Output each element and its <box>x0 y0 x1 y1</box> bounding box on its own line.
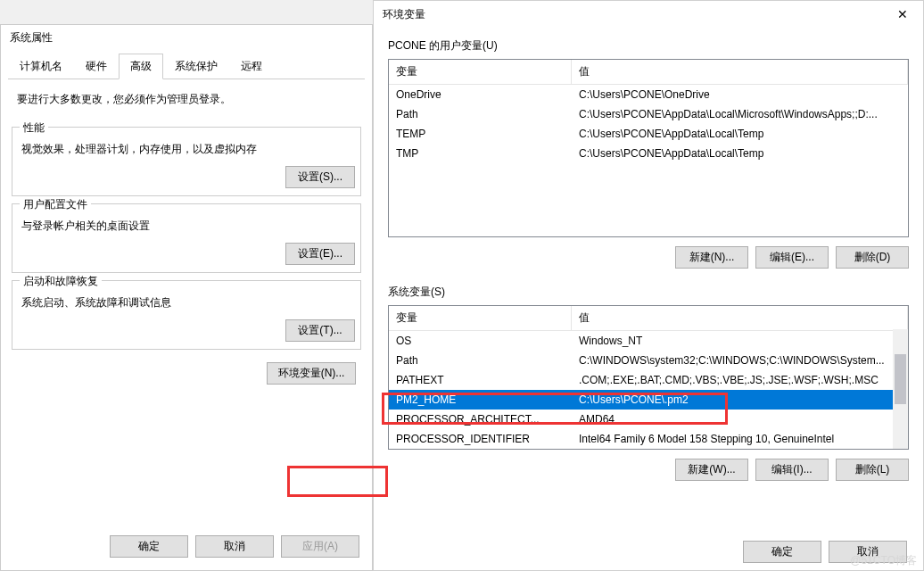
table-row[interactable]: PM2_HOMEC:\Users\PCONE\.pm2 <box>389 390 908 410</box>
left-ok-button[interactable]: 确定 <box>110 535 188 558</box>
table-row[interactable]: OSWindows_NT <box>389 331 908 351</box>
var-name-cell: OneDrive <box>389 87 572 102</box>
table-row[interactable]: PathC:\WINDOWS\system32;C:\WINDOWS;C:\WI… <box>389 351 908 370</box>
sys-new-button[interactable]: 新建(W)... <box>675 459 748 481</box>
col-value[interactable]: 值 <box>572 60 908 84</box>
sys-vars-label: 系统变量(S) <box>388 285 909 300</box>
system-variables-section: 系统变量(S) 变量 值 OSWindows_NTPathC:\WINDOWS\… <box>388 285 909 481</box>
var-value-cell: C:\Users\PCONE\AppData\Local\Temp <box>572 127 908 141</box>
user-variables-section: PCONE 的用户变量(U) 变量 值 OneDriveC:\Users\PCO… <box>388 38 909 269</box>
tab-remote[interactable]: 远程 <box>229 54 274 79</box>
right-titlebar: 环境变量 ✕ <box>374 1 923 28</box>
var-name-cell: PROCESSOR_ARCHITECT... <box>389 412 572 426</box>
var-value-cell: C:\Users\PCONE\AppData\Local\Temp <box>572 146 908 161</box>
listview-header: 变量 值 <box>389 306 908 331</box>
performance-desc: 视觉效果，处理器计划，内存使用，以及虚拟内存 <box>12 128 360 162</box>
var-value-cell: .COM;.EXE;.BAT;.CMD;.VBS;.VBE;.JS;.JSE;.… <box>572 373 908 387</box>
user-new-button[interactable]: 新建(N)... <box>675 246 748 269</box>
close-button[interactable]: ✕ <box>882 1 923 28</box>
table-row[interactable]: PROCESSOR_IDENTIFIERIntel64 Family 6 Mod… <box>389 429 908 449</box>
environment-variables-button[interactable]: 环境变量(N)... <box>267 362 356 385</box>
var-value-cell: C:\Users\PCONE\OneDrive <box>572 87 908 102</box>
var-name-cell: PATHEXT <box>389 373 572 387</box>
user-profiles-settings-button[interactable]: 设置(E)... <box>285 243 355 265</box>
left-cancel-button[interactable]: 取消 <box>195 535 274 558</box>
user-edit-button[interactable]: 编辑(E)... <box>755 246 829 269</box>
var-value-cell: AMD64 <box>572 412 908 426</box>
var-name-cell: OS <box>389 334 572 348</box>
user-profiles-group: 用户配置文件 与登录帐户相关的桌面设置 设置(E)... <box>12 203 361 273</box>
var-value-cell: C:\Users\PCONE\.pm2 <box>572 393 908 407</box>
var-value-cell: Windows_NT <box>572 334 908 348</box>
var-name-cell: TMP <box>389 146 572 161</box>
tab-computer-name[interactable]: 计算机名 <box>8 54 74 79</box>
table-row[interactable]: OneDriveC:\Users\PCONE\OneDrive <box>389 85 908 104</box>
sys-edit-button[interactable]: 编辑(I)... <box>755 459 829 481</box>
left-titlebar: 系统属性 <box>1 25 372 50</box>
var-name-cell: PROCESSOR_IDENTIFIER <box>389 432 572 446</box>
startup-recovery-title: 启动和故障恢复 <box>20 274 102 289</box>
table-row[interactable]: PROCESSOR_LEVEL6 <box>389 449 908 450</box>
col-variable[interactable]: 变量 <box>389 306 572 330</box>
var-value-cell: Intel64 Family 6 Model 158 Stepping 10, … <box>572 432 908 446</box>
close-icon: ✕ <box>897 7 908 21</box>
col-variable[interactable]: 变量 <box>389 60 572 84</box>
tab-hardware[interactable]: 硬件 <box>74 54 119 79</box>
performance-settings-button[interactable]: 设置(S)... <box>285 166 355 188</box>
user-delete-button[interactable]: 删除(D) <box>836 246 909 269</box>
right-title: 环境变量 <box>383 7 425 22</box>
table-row[interactable]: PATHEXT.COM;.EXE;.BAT;.CMD;.VBS;.VBE;.JS… <box>389 370 908 390</box>
environment-variables-dialog: 环境变量 ✕ PCONE 的用户变量(U) 变量 值 OneDriveC:\Us… <box>373 0 924 571</box>
startup-recovery-group: 启动和故障恢复 系统启动、系统故障和调试信息 设置(T)... <box>12 280 361 350</box>
tabs-strip: 计算机名 硬件 高级 系统保护 远程 <box>8 54 365 79</box>
system-properties-dialog: 系统属性 计算机名 硬件 高级 系统保护 远程 要进行大多数更改，您必须作为管理… <box>0 24 373 571</box>
tab-system-protection[interactable]: 系统保护 <box>163 54 229 79</box>
left-apply-button[interactable]: 应用(A) <box>281 535 359 558</box>
user-profiles-title: 用户配置文件 <box>20 197 91 212</box>
startup-recovery-settings-button[interactable]: 设置(T)... <box>285 319 355 342</box>
table-row[interactable]: TMPC:\Users\PCONE\AppData\Local\Temp <box>389 144 908 163</box>
table-row[interactable]: TEMPC:\Users\PCONE\AppData\Local\Temp <box>389 124 908 144</box>
system-vars-listview[interactable]: 变量 值 OSWindows_NTPathC:\WINDOWS\system32… <box>388 305 909 450</box>
left-title: 系统属性 <box>10 30 53 46</box>
var-name-cell: Path <box>389 353 572 368</box>
watermark: @51CTO博客 <box>850 553 917 568</box>
admin-required-text: 要进行大多数更改，您必须作为管理员登录。 <box>8 79 365 120</box>
user-vars-listview[interactable]: 变量 值 OneDriveC:\Users\PCONE\OneDrivePath… <box>388 59 909 237</box>
table-row[interactable]: PROCESSOR_ARCHITECT...AMD64 <box>389 410 908 429</box>
performance-group: 性能 视觉效果，处理器计划，内存使用，以及虚拟内存 设置(S)... <box>12 127 361 196</box>
var-value-cell: C:\WINDOWS\system32;C:\WINDOWS;C:\WINDOW… <box>572 353 908 368</box>
var-name-cell: TEMP <box>389 127 572 141</box>
tab-advanced[interactable]: 高级 <box>119 54 163 79</box>
var-name-cell: Path <box>389 107 572 121</box>
col-value[interactable]: 值 <box>572 306 908 330</box>
performance-title: 性能 <box>20 120 48 136</box>
sys-delete-button[interactable]: 删除(L) <box>836 459 909 481</box>
table-row[interactable]: PathC:\Users\PCONE\AppData\Local\Microso… <box>389 104 908 124</box>
right-ok-button[interactable]: 确定 <box>743 541 821 563</box>
var-value-cell: C:\Users\PCONE\AppData\Local\Microsoft\W… <box>572 107 908 121</box>
user-vars-label: PCONE 的用户变量(U) <box>388 38 909 54</box>
var-name-cell: PM2_HOME <box>389 393 572 407</box>
scrollbar[interactable] <box>893 329 908 449</box>
scrollbar-thumb[interactable] <box>895 354 906 404</box>
listview-header: 变量 值 <box>389 60 908 85</box>
